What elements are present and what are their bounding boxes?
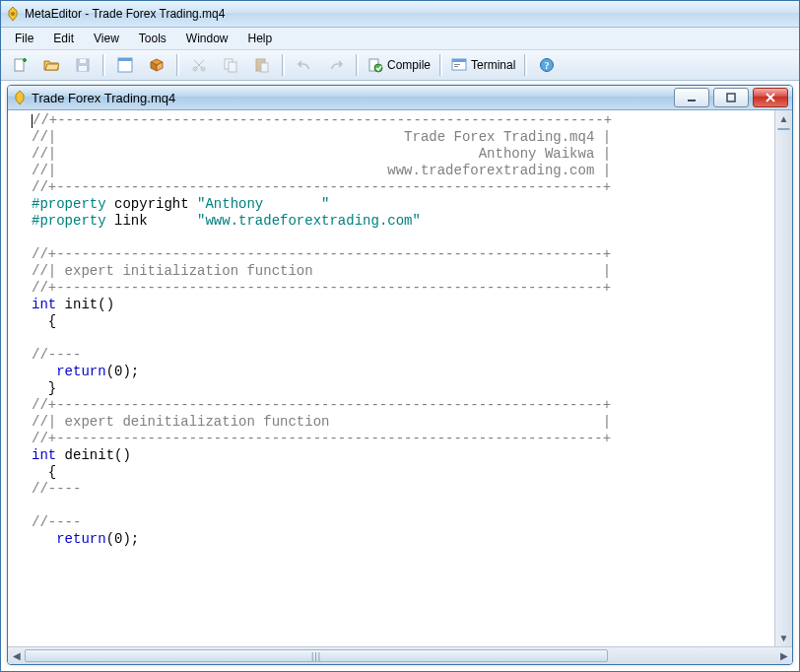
paste-button[interactable] xyxy=(247,52,277,78)
terminal-button[interactable]: Terminal xyxy=(447,52,519,78)
copy-button[interactable] xyxy=(216,52,245,78)
compile-label: Compile xyxy=(387,58,431,72)
open-file-button[interactable] xyxy=(36,52,66,78)
scroll-down-icon[interactable]: ▼ xyxy=(775,630,792,646)
scroll-left-icon[interactable]: ◀ xyxy=(8,650,25,661)
svg-point-1 xyxy=(11,12,15,16)
file-icon xyxy=(12,90,28,105)
toolbar-separator xyxy=(439,54,442,76)
undo-button[interactable] xyxy=(290,52,319,78)
vertical-scrollbar[interactable]: ▲ ▼ xyxy=(774,110,792,646)
horizontal-scrollbar[interactable]: ◀ ||| ▶ xyxy=(8,646,792,664)
save-button[interactable] xyxy=(68,52,98,78)
toolbar-separator xyxy=(524,54,527,76)
editor-body: //+-------------------------------------… xyxy=(8,110,792,646)
svg-rect-15 xyxy=(261,63,268,72)
app-icon xyxy=(5,6,21,22)
scroll-up-icon[interactable]: ▲ xyxy=(775,110,792,127)
terminal-label: Terminal xyxy=(471,58,515,72)
minimize-button[interactable] xyxy=(674,88,709,107)
menu-window[interactable]: Window xyxy=(176,30,238,47)
mdi-area: Trade Forex Trading.mq4 //+-------------… xyxy=(1,81,799,671)
menubar: File Edit View Tools Window Help xyxy=(1,28,799,50)
svg-rect-6 xyxy=(79,66,87,71)
editor-window: Trade Forex Trading.mq4 //+-------------… xyxy=(7,85,793,665)
svg-rect-21 xyxy=(454,66,458,67)
window-buttons xyxy=(674,88,788,107)
help-button[interactable]: ? xyxy=(532,52,562,78)
compile-button[interactable]: Compile xyxy=(364,52,434,78)
menu-file[interactable]: File xyxy=(5,30,43,47)
toolbar-separator xyxy=(356,54,359,76)
scroll-right-icon[interactable]: ▶ xyxy=(775,650,792,661)
editor-titlebar[interactable]: Trade Forex Trading.mq4 xyxy=(8,86,792,110)
svg-marker-24 xyxy=(16,91,24,104)
redo-button[interactable] xyxy=(321,52,351,78)
menu-edit[interactable]: Edit xyxy=(43,30,84,47)
svg-rect-25 xyxy=(688,100,696,101)
hscroll-track[interactable]: ||| xyxy=(25,647,775,664)
toolbar-separator xyxy=(102,54,105,76)
svg-rect-20 xyxy=(454,64,460,65)
toolbar-separator xyxy=(176,54,179,76)
svg-rect-19 xyxy=(452,59,466,62)
app-window: MetaEditor - Trade Forex Trading.mq4 Fil… xyxy=(0,0,800,672)
svg-rect-14 xyxy=(259,58,262,61)
menu-help[interactable]: Help xyxy=(238,30,283,47)
navigator-button[interactable] xyxy=(110,52,140,78)
svg-rect-26 xyxy=(727,94,735,101)
svg-rect-12 xyxy=(229,62,236,72)
svg-rect-2 xyxy=(15,59,24,71)
titlebar: MetaEditor - Trade Forex Trading.mq4 xyxy=(1,1,799,28)
svg-text:?: ? xyxy=(545,60,550,71)
code-content: //+-------------------------------------… xyxy=(32,112,774,548)
editor-title-text: Trade Forex Trading.mq4 xyxy=(32,91,674,105)
menu-view[interactable]: View xyxy=(84,30,129,47)
new-file-button[interactable] xyxy=(5,52,34,78)
toolbox-button[interactable] xyxy=(142,52,171,78)
cut-button[interactable] xyxy=(184,52,214,78)
maximize-button[interactable] xyxy=(713,88,749,107)
app-title: MetaEditor - Trade Forex Trading.mq4 xyxy=(25,7,225,21)
toolbar-separator xyxy=(282,54,285,76)
svg-rect-5 xyxy=(80,59,86,63)
close-button[interactable] xyxy=(753,88,788,107)
editor-gutter xyxy=(8,110,30,646)
svg-rect-8 xyxy=(118,58,132,61)
hscroll-thumb[interactable]: ||| xyxy=(25,649,608,662)
toolbar: Compile Terminal ? xyxy=(1,50,799,81)
code-area[interactable]: //+-------------------------------------… xyxy=(30,110,774,646)
menu-tools[interactable]: Tools xyxy=(129,30,176,47)
vscroll-thumb[interactable] xyxy=(777,128,790,130)
